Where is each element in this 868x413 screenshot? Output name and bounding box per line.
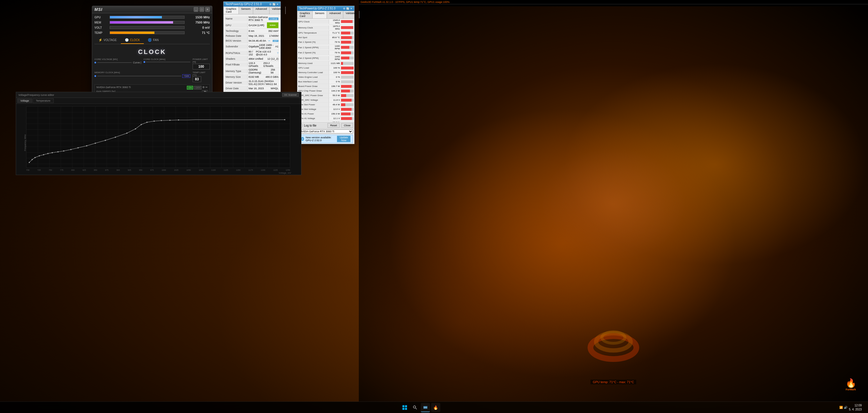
curve-tab-temperature[interactable]: Temperature [33, 98, 54, 103]
sensor-pcie-slot-power-val: 49.4 W [329, 103, 340, 106]
sensor-fan2-rpm-key: Fan 2 Speed (RPM) [298, 56, 329, 60]
sensor-mem-clock-bar [341, 26, 353, 29]
curve-point [43, 154, 44, 155]
help-icon[interactable]: ? [277, 52, 278, 55]
sensor-8pin-volt-bar-container [341, 117, 353, 120]
gpuz-taskbar-icon: GPU [423, 405, 428, 410]
search-taskbar-btn[interactable] [410, 403, 420, 412]
sensor-power-consumption-key: Power Consumption (%) [298, 122, 329, 122]
sensor-board-power-val: 199.7 W [329, 85, 340, 88]
temp-gauge-row: TEMP 71 °C [94, 31, 210, 34]
sensor-gpu-chip-power-bar [341, 90, 350, 92]
x-label-1125: 1125 [224, 169, 228, 171]
clock-icon: 🕐 [125, 38, 129, 42]
curve-point [154, 121, 155, 122]
update-now-btn[interactable]: Update Now [337, 136, 350, 142]
sensor-hot-spot-key: Hot Spot [298, 35, 329, 40]
gpu-gauge-label: GPU [94, 16, 107, 19]
sensors-tab-validation[interactable]: Validation [343, 11, 360, 19]
sensor-8pin-power-bar [341, 113, 350, 115]
curve-editor-header: Voltage/Frequency curve editor OC Scanne… [16, 92, 301, 98]
x-label-750: 750 [49, 169, 52, 171]
sensor-pwr-src-bar-container [341, 94, 353, 97]
msi-maximize-btn[interactable]: □ [199, 7, 204, 12]
temp-limit-value[interactable]: 83 [193, 76, 201, 82]
y-axis-label: Frequency, MHz [24, 134, 26, 151]
sensor-gpu-chip-power-val: 144.2 W [329, 89, 340, 92]
sensor-fan1-pct-key: Fan 1 Speed (%) [298, 40, 329, 44]
sensor-mem-ctrl-load-key: Memory Controller Load [298, 70, 329, 75]
tab-graphics-card[interactable]: Graphics Card [224, 7, 239, 14]
tab-validation[interactable]: Validation [270, 7, 286, 14]
msi-minimize-btn[interactable]: _ [194, 7, 198, 12]
gpuz-settings-icon[interactable]: ⚙ [269, 3, 272, 6]
memory-clock-slider[interactable] [97, 76, 181, 76]
gpuz-sensors-settings-icon[interactable]: ⚙ [343, 7, 345, 10]
network-icon: 📶 [839, 406, 843, 409]
tab-voltage[interactable]: ⚡ VOLTAGE [94, 37, 121, 44]
gpuz-sensors-close-icon[interactable]: ✕ [350, 7, 352, 10]
tab-sensors[interactable]: Sensors [239, 7, 253, 14]
gpuz-close-icon[interactable]: ✕ [276, 3, 279, 6]
oc-scanner-btn[interactable]: OC Scanner [282, 93, 299, 97]
lookup-btn[interactable]: Lookup [269, 18, 278, 20]
core-clock-slider[interactable] [146, 62, 190, 62]
sensor-gpu-clock-val: 1545.0 MHz [329, 19, 340, 24]
core-voltage-slider[interactable] [97, 62, 132, 63]
curve-point [29, 162, 30, 163]
temp-limit-section: TEMP LIMIT [°C] 83 [193, 71, 210, 82]
taskbar-furmark-app[interactable]: 🔥 [431, 403, 440, 412]
start-button[interactable] [400, 403, 409, 412]
power-limit-section: POWER LIMIT [%] 100 [193, 58, 210, 69]
x-axis-title: Voltage, mV [26, 171, 291, 174]
sensor-gpu-clock-key: GPU Clock [298, 20, 329, 24]
gpuz-refresh-icon[interactable]: 🔄 [272, 3, 276, 6]
curve-point [169, 120, 170, 121]
bios-edit-icon[interactable]: ✏ [268, 40, 270, 42]
sensors-reset-btn[interactable]: Reset [328, 123, 340, 128]
gpuz-sensors-refresh-icon[interactable]: 🔄 [346, 7, 349, 10]
sensor-pwr-src-volt-key: PWR_SRC Voltage [298, 98, 329, 102]
sensors-tab-sensors[interactable]: Sensors [313, 11, 327, 19]
x-label-700: 700 [26, 169, 30, 171]
sensors-gpu-dropdown[interactable]: NVIDIA GeForce RTX 3060 Ti [299, 129, 353, 133]
taskbar-right: 📶 🔊 12:09 5. 4. 2023 [836, 404, 868, 412]
sensor-fan2-pct-bar-container [341, 52, 353, 54]
power-limit-value[interactable]: 100 [193, 64, 210, 69]
settings-row: CORE VOLTAGE [MV] Curve | CORE CLOCK [MH… [94, 57, 210, 71]
pixel-val: 133.3 GPixel/s 253.2 GTexel/s [248, 61, 279, 68]
sensor-pwr-src-val: 55.5 W [329, 94, 340, 97]
curve-editor-title: Voltage/Frequency curve editor [19, 94, 54, 96]
taskbar-clock-display[interactable]: 12:09 5. 4. 2023 [849, 404, 862, 412]
sensor-fan1-rpm-val: 1440 RPM [329, 44, 340, 50]
tab-fan[interactable]: 🌀 FAN [144, 37, 162, 44]
sensor-gpu-chip-power: GPU Chip Power Draw 144.2 W [298, 89, 354, 93]
sensor-fan1-pct-bar-container [341, 41, 353, 44]
on-btn[interactable]: ON [187, 86, 193, 90]
sensor-pwr-src-volt-val: 11.8 V [329, 98, 340, 102]
core-voltage-slider-row: Curve | [94, 61, 141, 64]
x-label-1100: 1100 [211, 169, 216, 171]
x-label-825: 825 [83, 169, 86, 171]
sensors-tab-advanced[interactable]: Advanced [327, 11, 343, 19]
curve-point [63, 150, 64, 152]
taskbar-gpuz-app[interactable]: GPU [421, 403, 430, 412]
x-label-950: 950 [139, 169, 143, 171]
sensors-close-btn[interactable]: Close [341, 123, 353, 128]
tech-key: Technology [225, 29, 248, 33]
sensors-tab-graphics[interactable]: Graphics Card [298, 11, 313, 19]
sensor-bus-interface-load-val: 0 % [329, 80, 340, 83]
uefi-badge: UEFI [273, 40, 278, 42]
off-btn[interactable]: OFF [194, 86, 202, 90]
tab-clock[interactable]: 🕐 CLOCK [121, 37, 144, 44]
curve-tab-voltage[interactable]: Voltage [17, 98, 32, 103]
sensor-fan1-pct-val: 79 % [329, 40, 340, 44]
clock-big-label: CLOCK [94, 48, 210, 56]
svg-rect-37 [402, 408, 404, 410]
release-val: May 18, 2021 17400M [248, 34, 279, 38]
volt-gauge-bar [110, 26, 185, 29]
msi-close-btn[interactable]: ✕ [205, 7, 210, 12]
tab-advanced[interactable]: Advanced [253, 7, 270, 14]
sensor-video-engine-val: 0 % [329, 75, 340, 78]
sensor-gpu-clock-bar-container [341, 20, 353, 23]
